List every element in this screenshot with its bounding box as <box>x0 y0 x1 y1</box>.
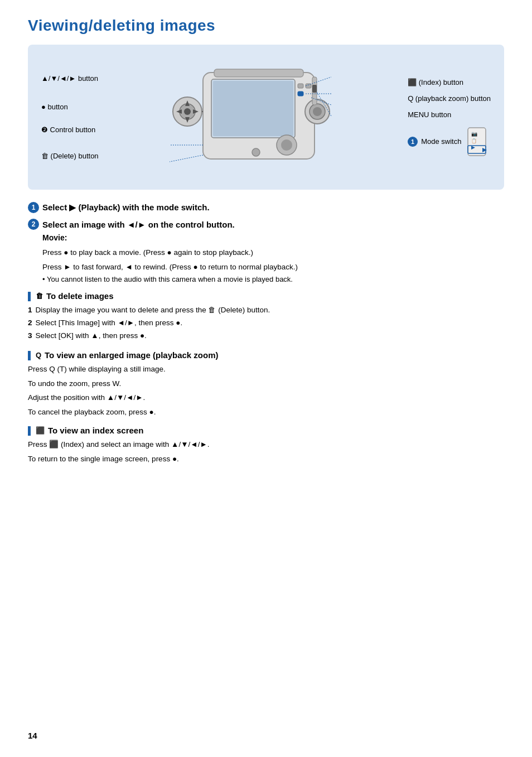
svg-rect-17 <box>298 84 303 88</box>
index-heading: ▌ ⬛ To view an index screen <box>28 426 504 435</box>
step2-text: Select an image with ◄/► on the control … <box>42 220 235 229</box>
svg-point-22 <box>252 148 260 156</box>
zoom-section: ▌ Q To view an enlarged image (playback … <box>28 350 504 418</box>
label-arrow-button: ▲/▼/◄/► button <box>41 74 99 83</box>
svg-point-8 <box>281 139 292 151</box>
svg-rect-3 <box>214 69 303 77</box>
delete-steps: Display the image you want to delete and… <box>28 304 504 343</box>
step1-header: 1 Select ▶ (Playback) with the mode swit… <box>28 202 504 213</box>
label-delete-button: 🗑 (Delete) button <box>41 152 99 160</box>
label-control-button: ❷ Control button <box>41 126 99 134</box>
delete-section: ▌ 🗑 To delete images Display the image y… <box>28 291 504 343</box>
delete-heading: ▌ 🗑 To delete images <box>28 291 504 301</box>
svg-text:📋: 📋 <box>471 138 477 143</box>
page-number: 14 <box>28 731 37 740</box>
zoom-heading: ▌ Q To view an enlarged image (playback … <box>28 350 504 360</box>
diagram-left-labels: ▲/▼/◄/► button ● button ❷ Control button… <box>41 74 99 160</box>
step2-num: 2 <box>28 219 39 230</box>
step2-header: 2 Select an image with ◄/► on the contro… <box>28 219 504 230</box>
svg-line-28 <box>170 155 203 162</box>
camera-svg <box>158 56 348 179</box>
svg-point-6 <box>313 107 322 116</box>
zoom-line3: Adjust the position with ▲/▼/◄/►. <box>28 392 504 404</box>
label-zoom-button: Q (playback zoom) button <box>408 94 491 103</box>
zoom-line1: Press Q (T) while displaying a still ima… <box>28 363 504 375</box>
label-mode-switch: 1 Mode switch 📷 📋 ▶ <box>408 127 491 157</box>
zoom-line2: To undo the zoom, press W. <box>28 378 504 390</box>
delete-step-2: Select [This Image] with ◄/►, then press… <box>28 317 504 330</box>
index-line2: To return to the single image screen, pr… <box>28 453 504 465</box>
zoom-line4: To cancel the playback zoom, press ●. <box>28 406 504 418</box>
svg-point-15 <box>184 108 191 115</box>
movie-note: • You cannot listen to the audio with th… <box>42 275 504 283</box>
movie-line1: Press ● to play back a movie. (Press ● a… <box>42 247 504 259</box>
diagram-box: ▲/▼/◄/► button ● button ❷ Control button… <box>28 45 504 190</box>
movie-line2: Press ► to fast forward, ◄ to rewind. (P… <box>42 261 504 273</box>
step1-text: Select ▶ (Playback) with the mode switch… <box>42 202 210 213</box>
svg-rect-21 <box>312 85 317 93</box>
page-title: Viewing/deleting images <box>28 17 504 35</box>
index-line1: Press ⬛ (Index) and select an image with… <box>28 438 504 451</box>
label-bullet-button: ● button <box>41 103 99 111</box>
movie-label: Movie: <box>42 233 504 242</box>
movie-section: Movie: Press ● to play back a movie. (Pr… <box>42 233 504 283</box>
index-section: ▌ ⬛ To view an index screen Press ⬛ (Ind… <box>28 426 504 465</box>
step1-num: 1 <box>28 202 39 213</box>
label-index-button: ⬛ (Index) button <box>408 78 491 86</box>
diagram-right-labels: ⬛ (Index) button Q (playback zoom) butto… <box>408 78 491 157</box>
delete-step-1: Display the image you want to delete and… <box>28 304 504 317</box>
delete-step-3: Select [OK] with ▲, then press ●. <box>28 330 504 343</box>
svg-text:📷: 📷 <box>471 131 478 137</box>
svg-rect-2 <box>213 81 293 136</box>
camera-diagram <box>99 56 408 179</box>
label-menu-button: MENU button <box>408 110 491 119</box>
svg-rect-19 <box>298 91 303 96</box>
